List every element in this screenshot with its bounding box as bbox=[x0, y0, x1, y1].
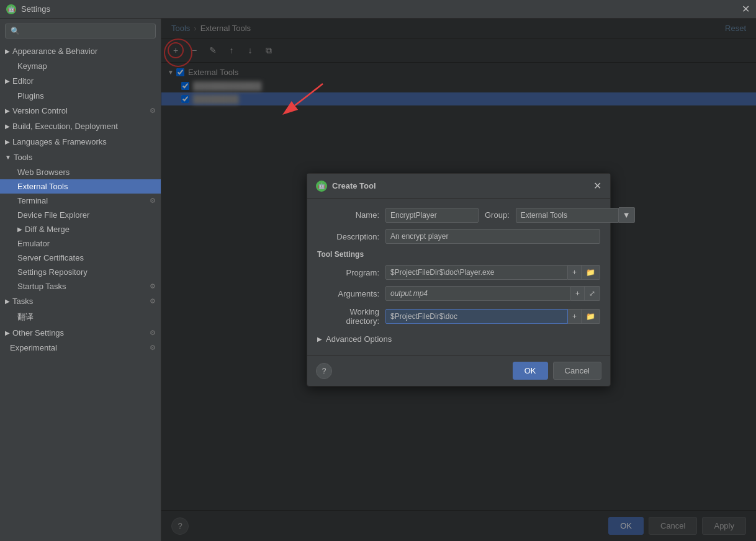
sidebar-item-startup-tasks[interactable]: Startup Tasks ⚙ bbox=[0, 279, 161, 293]
gear-icon: ⚙ bbox=[150, 344, 156, 352]
sidebar-item-translate[interactable]: 翻译 bbox=[0, 309, 161, 325]
program-input[interactable] bbox=[385, 265, 568, 280]
dialog-footer: ? OK Cancel bbox=[307, 355, 610, 386]
working-dir-label: Working directory: bbox=[317, 307, 385, 326]
description-input[interactable] bbox=[385, 229, 600, 244]
gear-icon: ⚙ bbox=[150, 297, 156, 305]
working-dir-input[interactable] bbox=[385, 309, 568, 324]
gear-icon: ⚙ bbox=[150, 107, 156, 115]
working-dir-browse-button[interactable]: 📁 bbox=[582, 309, 600, 324]
sidebar-item-diff-merge[interactable]: ▶ Diff & Merge bbox=[0, 222, 161, 236]
dialog-header: 🤖 Create Tool ✕ bbox=[307, 174, 610, 199]
sidebar-item-appearance[interactable]: ▶ Appearance & Behavior bbox=[0, 43, 161, 59]
program-field: + 📁 bbox=[385, 265, 600, 280]
dialog-help-button[interactable]: ? bbox=[316, 363, 332, 379]
arguments-label: Arguments: bbox=[317, 289, 385, 298]
advanced-label: Advanced Options bbox=[326, 334, 392, 344]
dialog-cancel-button[interactable]: Cancel bbox=[553, 362, 601, 380]
create-tool-dialog: 🤖 Create Tool ✕ Name: Group: ▼ bbox=[307, 173, 611, 387]
arrow-icon: ▶ bbox=[5, 107, 10, 114]
gear-icon: ⚙ bbox=[150, 282, 156, 290]
sidebar-label: Device File Explorer bbox=[17, 210, 89, 220]
dialog-title: Create Tool bbox=[332, 181, 593, 190]
dialog-overlay: 🤖 Create Tool ✕ Name: Group: ▼ bbox=[161, 19, 756, 541]
dialog-body: Name: Group: ▼ Description: bbox=[307, 199, 610, 355]
arrow-icon: ▶ bbox=[5, 138, 10, 145]
advanced-arrow-icon: ▶ bbox=[317, 336, 322, 342]
description-row: Description: bbox=[317, 229, 600, 244]
sidebar-label: Other Settings bbox=[12, 328, 64, 338]
search-input[interactable] bbox=[5, 24, 156, 38]
sidebar-item-server-certificates[interactable]: Server Certificates bbox=[0, 251, 161, 265]
sidebar-label: Experimental bbox=[10, 343, 57, 352]
sidebar-item-device-file-explorer[interactable]: Device File Explorer bbox=[0, 208, 161, 222]
name-label: Name: bbox=[317, 210, 385, 220]
sidebar-label: Settings Repository bbox=[17, 267, 88, 277]
sidebar-item-emulator[interactable]: Emulator bbox=[0, 236, 161, 251]
main-container: ▶ Appearance & Behavior Keymap ▶ Editor … bbox=[0, 19, 756, 541]
working-dir-add-button[interactable]: + bbox=[568, 309, 582, 324]
sidebar-label: Startup Tasks bbox=[17, 282, 66, 291]
sidebar-label: Tools bbox=[14, 153, 32, 162]
sidebar: ▶ Appearance & Behavior Keymap ▶ Editor … bbox=[0, 19, 161, 541]
program-label: Program: bbox=[317, 268, 385, 277]
sidebar-item-keymap[interactable]: Keymap bbox=[0, 59, 161, 73]
sidebar-item-other-settings[interactable]: ▶ Other Settings ⚙ bbox=[0, 325, 161, 341]
arrow-icon: ▶ bbox=[5, 78, 10, 84]
group-dropdown-button[interactable]: ▼ bbox=[619, 207, 635, 223]
sidebar-item-languages[interactable]: ▶ Languages & Frameworks bbox=[0, 134, 161, 150]
group-field: ▼ bbox=[516, 207, 635, 223]
sidebar-label: Version Control bbox=[12, 106, 68, 115]
arrow-icon: ▶ bbox=[5, 48, 10, 55]
sidebar-item-settings-repository[interactable]: Settings Repository bbox=[0, 265, 161, 279]
dialog-ok-button[interactable]: OK bbox=[513, 362, 548, 380]
app-icon: 🤖 bbox=[6, 4, 16, 14]
program-browse-button[interactable]: 📁 bbox=[582, 265, 600, 280]
working-dir-field: + 📁 bbox=[385, 309, 600, 324]
sidebar-label: Plugins bbox=[17, 91, 44, 101]
tool-settings-header: Tool Settings bbox=[317, 250, 600, 260]
arrow-icon: ▼ bbox=[5, 154, 11, 161]
title-bar: 🤖 Settings ✕ bbox=[0, 0, 756, 19]
arguments-input[interactable] bbox=[385, 286, 571, 301]
program-row: Program: + 📁 bbox=[317, 265, 600, 280]
dialog-close-button[interactable]: ✕ bbox=[593, 180, 601, 192]
arrow-icon: ▶ bbox=[17, 226, 22, 233]
sidebar-item-terminal[interactable]: Terminal ⚙ bbox=[0, 194, 161, 208]
arguments-expand-button[interactable]: ⤢ bbox=[585, 286, 600, 301]
gear-icon: ⚙ bbox=[150, 329, 156, 337]
group-input[interactable] bbox=[516, 208, 619, 223]
arguments-field: + ⤢ bbox=[385, 286, 600, 301]
arrow-icon: ▶ bbox=[5, 123, 10, 130]
sidebar-label: Web Browsers bbox=[17, 168, 70, 177]
group-label: Group: bbox=[485, 210, 510, 220]
program-add-button[interactable]: + bbox=[568, 265, 582, 280]
sidebar-item-plugins[interactable]: Plugins bbox=[0, 89, 161, 103]
sidebar-label: Appearance & Behavior bbox=[12, 47, 97, 56]
sidebar-label: Languages & Frameworks bbox=[12, 137, 107, 146]
dialog-app-icon: 🤖 bbox=[316, 181, 327, 192]
name-input[interactable] bbox=[385, 208, 479, 223]
arrow-icon: ▶ bbox=[5, 329, 10, 336]
sidebar-label: Server Certificates bbox=[17, 253, 84, 262]
sidebar-label: Keymap bbox=[17, 61, 47, 71]
advanced-options-toggle[interactable]: ▶ Advanced Options bbox=[317, 332, 600, 346]
sidebar-label: Build, Execution, Deployment bbox=[12, 122, 118, 131]
dialog-help-icon: ? bbox=[322, 367, 326, 375]
close-button[interactable]: ✕ bbox=[742, 3, 750, 15]
arguments-add-button[interactable]: + bbox=[571, 286, 585, 301]
sidebar-label: Tasks bbox=[12, 297, 33, 306]
sidebar-item-external-tools[interactable]: External Tools bbox=[0, 179, 161, 194]
arguments-row: Arguments: + ⤢ bbox=[317, 286, 600, 301]
sidebar-item-tools[interactable]: ▼ Tools bbox=[0, 150, 161, 165]
sidebar-item-experimental[interactable]: Experimental ⚙ bbox=[0, 341, 161, 355]
description-label: Description: bbox=[317, 232, 385, 241]
sidebar-item-version-control[interactable]: ▶ Version Control ⚙ bbox=[0, 103, 161, 118]
sidebar-item-tasks[interactable]: ▶ Tasks ⚙ bbox=[0, 293, 161, 309]
sidebar-label: Diff & Merge bbox=[25, 225, 70, 234]
sidebar-item-build[interactable]: ▶ Build, Execution, Deployment bbox=[0, 118, 161, 134]
sidebar-label: 翻译 bbox=[17, 311, 34, 323]
sidebar-item-web-browsers[interactable]: Web Browsers bbox=[0, 165, 161, 179]
sidebar-item-editor[interactable]: ▶ Editor bbox=[0, 73, 161, 89]
sidebar-label: Terminal bbox=[17, 196, 48, 205]
